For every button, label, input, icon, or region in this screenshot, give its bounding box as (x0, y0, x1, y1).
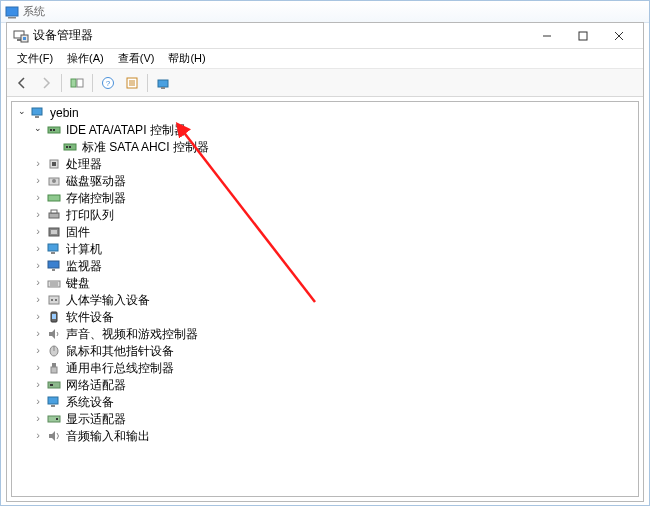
tree-item-system[interactable]: 系统设备 (12, 393, 638, 410)
maximize-button[interactable] (565, 25, 601, 47)
chevron-down-icon[interactable] (16, 105, 28, 121)
chevron-right-icon[interactable] (32, 223, 44, 240)
svg-rect-37 (48, 244, 58, 251)
svg-rect-10 (71, 79, 76, 87)
chevron-right-icon[interactable] (32, 240, 44, 257)
svg-rect-19 (161, 87, 165, 89)
chevron-down-icon[interactable] (32, 122, 44, 138)
svg-rect-48 (52, 314, 56, 319)
minimize-button[interactable] (529, 25, 565, 47)
tree-label: 监视器 (64, 258, 102, 274)
tree-label: 声音、视频和游戏控制器 (64, 326, 198, 342)
svg-point-46 (55, 299, 57, 301)
monitor-icon (46, 259, 62, 273)
svg-text:?: ? (106, 79, 111, 88)
tree-item-cpu[interactable]: 处理器 (12, 155, 638, 172)
menu-action[interactable]: 操作(A) (61, 49, 110, 68)
tree-item-mouse[interactable]: 鼠标和其他指针设备 (12, 342, 638, 359)
svg-rect-33 (49, 213, 59, 218)
outer-title: 系统 (23, 4, 645, 19)
tree-item-disk[interactable]: 磁盘驱动器 (12, 172, 638, 189)
chevron-right-icon[interactable] (32, 155, 44, 172)
audio-io-icon (46, 429, 62, 443)
svg-rect-39 (48, 261, 59, 268)
svg-rect-29 (52, 162, 56, 166)
computer-icon (30, 106, 46, 120)
inner-titlebar[interactable]: 设备管理器 (7, 23, 643, 49)
svg-rect-11 (77, 79, 83, 87)
tree-item-sata-ahci[interactable]: 标准 SATA AHCI 控制器 (12, 138, 638, 155)
tree-item-display[interactable]: 显示适配器 (12, 410, 638, 427)
svg-rect-38 (51, 252, 55, 254)
hid-icon (46, 293, 62, 307)
svg-rect-58 (56, 418, 58, 420)
show-hide-tree-button[interactable] (66, 72, 88, 94)
printer-icon (46, 208, 62, 222)
chevron-right-icon[interactable] (32, 376, 44, 393)
chevron-right-icon[interactable] (32, 325, 44, 342)
menu-view[interactable]: 查看(V) (112, 49, 161, 68)
tree-label: 音频输入和输出 (64, 428, 150, 444)
tree-item-keyboard[interactable]: 键盘 (12, 274, 638, 291)
toolbar: ? (7, 69, 643, 97)
outer-titlebar[interactable]: 系统 (1, 1, 649, 23)
network-adapter-icon (46, 378, 62, 392)
tree-label: 固件 (64, 224, 90, 240)
svg-rect-3 (17, 39, 21, 41)
device-manager-window: 设备管理器 文件(F) 操作(A) 查看(V) 帮助(H) ? yebin (6, 22, 644, 502)
chevron-right-icon[interactable] (32, 410, 44, 427)
tree-label: 打印队列 (64, 207, 114, 223)
chevron-right-icon[interactable] (32, 342, 44, 359)
ide-controller-icon (46, 123, 62, 137)
device-tree: yebin IDE ATA/ATAPI 控制器 标准 SATA AHCI 控制器… (12, 102, 638, 446)
chevron-right-icon[interactable] (32, 257, 44, 274)
svg-rect-1 (8, 17, 16, 19)
tree-label: yebin (48, 105, 79, 121)
svg-rect-27 (69, 146, 71, 148)
inner-title: 设备管理器 (33, 27, 529, 44)
cpu-icon (46, 157, 62, 171)
tree-label: 系统设备 (64, 394, 114, 410)
chevron-right-icon[interactable] (32, 274, 44, 291)
tree-item-hid[interactable]: 人体学输入设备 (12, 291, 638, 308)
chevron-right-icon[interactable] (32, 206, 44, 223)
tree-item-monitor[interactable]: 监视器 (12, 257, 638, 274)
tree-item-network[interactable]: 网络适配器 (12, 376, 638, 393)
svg-rect-20 (32, 108, 42, 115)
chevron-right-icon[interactable] (32, 172, 44, 189)
chevron-right-icon[interactable] (32, 291, 44, 308)
tree-item-ide[interactable]: IDE ATA/ATAPI 控制器 (12, 121, 638, 138)
menu-help[interactable]: 帮助(H) (162, 49, 211, 68)
svg-point-31 (52, 179, 56, 183)
tree-item-firmware[interactable]: 固件 (12, 223, 638, 240)
forward-button[interactable] (35, 72, 57, 94)
tree-item-software[interactable]: 软件设备 (12, 308, 638, 325)
computer-icon (46, 242, 62, 256)
chevron-right-icon[interactable] (32, 189, 44, 206)
menu-bar: 文件(F) 操作(A) 查看(V) 帮助(H) (7, 49, 643, 69)
tree-item-computer[interactable]: 计算机 (12, 240, 638, 257)
storage-controller-icon (46, 191, 62, 205)
svg-rect-24 (53, 129, 55, 131)
tree-root[interactable]: yebin (12, 104, 638, 121)
tree-item-storage[interactable]: 存储控制器 (12, 189, 638, 206)
usb-icon (46, 361, 62, 375)
chevron-right-icon[interactable] (32, 308, 44, 325)
back-button[interactable] (11, 72, 33, 94)
close-button[interactable] (601, 25, 637, 47)
chevron-right-icon[interactable] (32, 359, 44, 376)
tree-item-audio-video[interactable]: 声音、视频和游戏控制器 (12, 325, 638, 342)
chevron-right-icon[interactable] (32, 393, 44, 410)
tree-label: 计算机 (64, 241, 102, 257)
tree-item-printqueue[interactable]: 打印队列 (12, 206, 638, 223)
svg-rect-18 (158, 80, 168, 87)
tree-item-audio-io[interactable]: 音频输入和输出 (12, 427, 638, 444)
tree-item-usb[interactable]: 通用串行总线控制器 (12, 359, 638, 376)
help-button[interactable]: ? (97, 72, 119, 94)
menu-file[interactable]: 文件(F) (11, 49, 59, 68)
chevron-right-icon[interactable] (32, 427, 44, 444)
tree-label: 标准 SATA AHCI 控制器 (80, 139, 209, 155)
scan-hardware-button[interactable] (152, 72, 174, 94)
properties-button[interactable] (121, 72, 143, 94)
svg-rect-41 (48, 281, 60, 287)
